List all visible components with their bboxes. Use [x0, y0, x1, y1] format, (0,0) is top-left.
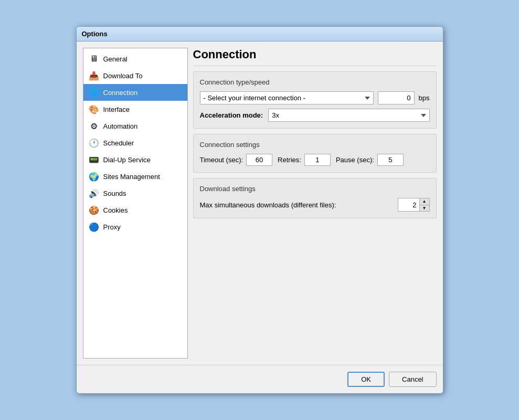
- acceleration-row: Acceleration mode: 3x 1x 2x 4x 5x: [200, 109, 430, 122]
- connection-icon: 🌐: [89, 87, 99, 98]
- connection-type-select[interactable]: - Select your internet connection -: [200, 91, 374, 104]
- max-downloads-spinner: ▲ ▼: [398, 198, 430, 212]
- ok-button[interactable]: OK: [347, 372, 385, 387]
- connection-type-label: Connection type/speed: [200, 78, 430, 86]
- sounds-icon: 🔊: [89, 188, 99, 198]
- sidebar-item-label-automation: Automation: [103, 122, 138, 130]
- sidebar-item-label-download-to: Download To: [103, 72, 143, 80]
- sidebar-item-automation[interactable]: ⚙Automation: [83, 118, 187, 134]
- download-settings-label: Download settings: [200, 185, 430, 193]
- sidebar-item-general[interactable]: 🖥General: [83, 50, 187, 67]
- window-title: Options: [82, 30, 108, 38]
- download-settings-section: Download settings Max simultaneous downl…: [193, 178, 437, 218]
- pause-label: Pause (sec):: [336, 156, 374, 164]
- accel-mode-label: Acceleration mode:: [200, 111, 263, 119]
- sidebar-item-label-scheduler: Scheduler: [103, 139, 134, 147]
- sidebar-item-label-cookies: Cookies: [103, 206, 128, 214]
- dialup-icon: 📟: [89, 154, 99, 165]
- spin-up-button[interactable]: ▲: [420, 198, 429, 205]
- bps-input[interactable]: [378, 91, 415, 104]
- sidebar-item-sites[interactable]: 🌍Sites Management: [83, 168, 187, 185]
- timeout-group: Timeout (sec):: [200, 154, 273, 166]
- retries-group: Retries:: [278, 154, 331, 166]
- connection-type-section: Connection type/speed - Select your inte…: [193, 71, 437, 129]
- scheduler-icon: 🕐: [89, 138, 99, 148]
- bps-unit-label: bps: [419, 94, 430, 102]
- connection-type-row: - Select your internet connection - bps: [200, 91, 430, 104]
- options-dialog: Options 🖥General📥Download To🌐Connection🎨…: [76, 26, 443, 394]
- sidebar-item-download-to[interactable]: 📥Download To: [83, 67, 187, 84]
- general-icon: 🖥: [89, 54, 99, 64]
- download-to-icon: 📥: [89, 70, 99, 81]
- sidebar-item-label-connection: Connection: [103, 89, 138, 97]
- sidebar-item-label-dialup: Dial-Up Service: [103, 156, 151, 164]
- timeout-label: Timeout (sec):: [200, 156, 243, 164]
- sidebar-item-sounds[interactable]: 🔊Sounds: [83, 185, 187, 202]
- connection-settings-row: Timeout (sec): Retries: Pause (sec):: [200, 154, 430, 166]
- spin-down-button[interactable]: ▼: [420, 205, 429, 211]
- sidebar-item-cookies[interactable]: 🍪Cookies: [83, 202, 187, 218]
- sidebar-item-dialup[interactable]: 📟Dial-Up Service: [83, 151, 187, 168]
- max-downloads-input[interactable]: [398, 200, 419, 211]
- spinner-buttons: ▲ ▼: [419, 198, 429, 211]
- cookies-icon: 🍪: [89, 205, 99, 215]
- dialog-footer: OK Cancel: [77, 365, 443, 393]
- sidebar-item-proxy[interactable]: 🔵Proxy: [83, 218, 187, 235]
- main-content: Connection Connection type/speed - Selec…: [193, 48, 437, 359]
- sidebar-item-label-general: General: [103, 55, 128, 63]
- pause-group: Pause (sec):: [336, 154, 404, 166]
- automation-icon: ⚙: [89, 121, 99, 131]
- retries-label: Retries:: [278, 156, 301, 164]
- sidebar-item-label-proxy: Proxy: [103, 223, 121, 231]
- interface-icon: 🎨: [89, 104, 99, 114]
- sidebar-item-label-interface: Interface: [103, 106, 130, 113]
- pause-input[interactable]: [377, 154, 404, 166]
- cancel-button[interactable]: Cancel: [389, 372, 436, 387]
- connection-settings-section: Connection settings Timeout (sec): Retri…: [193, 134, 437, 173]
- sidebar-item-label-sites: Sites Management: [103, 173, 160, 181]
- proxy-icon: 🔵: [89, 222, 99, 232]
- accel-mode-select[interactable]: 3x 1x 2x 4x 5x: [268, 109, 429, 122]
- max-downloads-label: Max simultaneous downloads (different fi…: [200, 201, 393, 209]
- download-settings-row: Max simultaneous downloads (different fi…: [200, 198, 430, 212]
- sidebar-item-label-sounds: Sounds: [103, 190, 126, 197]
- page-title: Connection: [193, 48, 437, 66]
- title-bar: Options: [77, 27, 443, 41]
- retries-input[interactable]: [304, 154, 331, 166]
- dialog-body: 🖥General📥Download To🌐Connection🎨Interfac…: [77, 41, 443, 365]
- timeout-input[interactable]: [246, 154, 272, 166]
- sidebar-item-scheduler[interactable]: 🕐Scheduler: [83, 134, 187, 151]
- sidebar-item-interface[interactable]: 🎨Interface: [83, 101, 187, 118]
- sidebar: 🖥General📥Download To🌐Connection🎨Interfac…: [83, 48, 188, 359]
- sidebar-item-connection[interactable]: 🌐Connection: [83, 84, 187, 101]
- sites-icon: 🌍: [89, 171, 99, 182]
- connection-settings-label: Connection settings: [200, 141, 430, 149]
